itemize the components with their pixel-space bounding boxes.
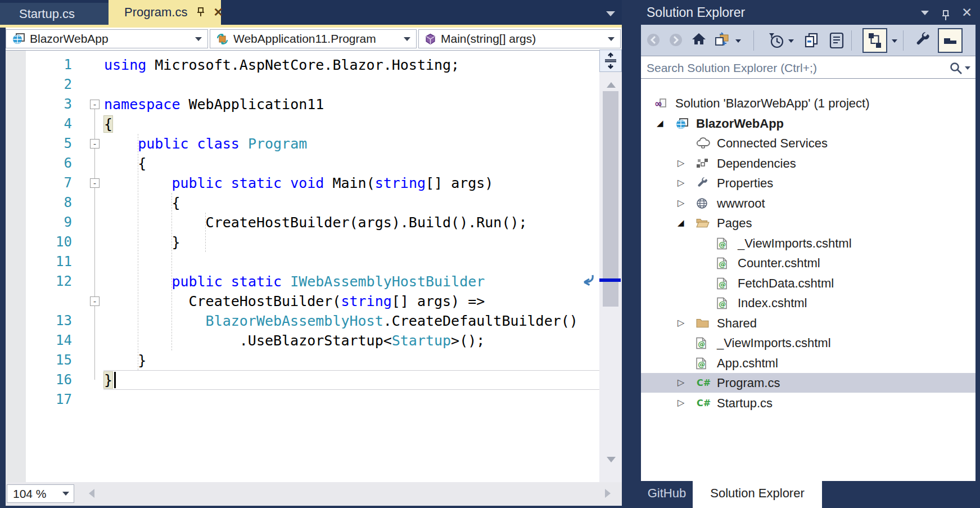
window-position-chevron-icon[interactable] [921,11,929,19]
scrollbar-caret-marker [599,278,621,282]
code-line[interactable]: public class Program [104,134,307,154]
tree-item-fetchdata-cshtml[interactable]: @FetchData.cshtml [641,273,976,293]
pending-filter-icon[interactable] [768,32,785,49]
svg-text:@: @ [698,360,705,368]
code-line[interactable]: } [104,350,146,370]
chevron-down-icon [195,37,202,44]
pin-tab-icon[interactable] [196,6,205,19]
chevron-down-icon [608,37,615,44]
panel-title: Solution Explorer [647,5,745,20]
expand-icon[interactable]: ▷ [678,393,684,413]
tree-item-label: Counter.cshtml [738,253,820,273]
collapse-icon[interactable]: ◢ [657,114,663,133]
code-line[interactable]: namespace WebApplication11 [104,95,324,114]
expand-icon[interactable]: ▷ [678,373,684,393]
csharp-icon: C# [696,397,711,408]
scroll-left-icon[interactable] [84,489,94,498]
project-dropdown[interactable]: BlazorWebApp [6,29,208,48]
switch-views-icon[interactable] [713,32,730,48]
scroll-up-icon[interactable] [607,78,616,88]
properties-wrench-icon[interactable] [914,32,930,48]
fold-collapse-icon[interactable]: - [90,100,100,109]
expand-icon[interactable]: ▷ [678,194,684,213]
close-panel-icon[interactable]: ✕ [961,0,972,25]
tree-item--viewimports-cshtml[interactable]: @_ViewImports.cshtml [641,233,976,253]
zoom-level-dropdown[interactable]: 104 % [7,484,74,503]
tab-program-cs[interactable]: Program.cs ✕ [109,0,221,25]
vertical-scrollbar-thumb[interactable] [603,91,618,307]
tree-item-label: Shared [717,313,757,333]
expand-icon[interactable]: ▷ [678,154,684,173]
fold-collapse-icon[interactable]: - [90,296,100,306]
code-line[interactable]: public static void Main(string[] args) [104,173,493,193]
home-icon[interactable] [692,32,706,46]
code-line[interactable]: public static IWebAssemblyHostBuilder [104,272,485,291]
expand-icon[interactable]: ▷ [678,313,684,333]
bottom-tab-github[interactable]: GitHub [641,481,693,506]
line-number: 13 [31,311,72,331]
back-icon[interactable] [645,32,661,48]
collapse-icon[interactable]: ◢ [678,213,684,233]
hierarchy-view-icon[interactable] [862,28,887,53]
line-number: 17 [31,390,72,410]
bottom-tab-solution-explorer[interactable]: Solution Explorer [693,481,822,508]
tree-item-solution-blazorwebapp-1-project-[interactable]: ∞Solution 'BlazorWebApp' (1 project) [641,93,976,113]
tree-item-shared[interactable]: ▷Shared [641,313,976,333]
tree-item-index-cshtml[interactable]: @Index.cshtml [641,293,976,313]
tree-item-startup-cs[interactable]: ▷C#Startup.cs [641,393,976,413]
fold-collapse-icon[interactable]: - [90,139,100,149]
tree-item-dependencies[interactable]: ▷Dependencies [641,154,976,173]
chevron-down-icon[interactable] [892,39,897,46]
tab-startup-cs[interactable]: Startup.cs [0,3,109,25]
chevron-down-icon [404,37,410,44]
editor-split-handle[interactable] [599,50,622,72]
tree-item-properties[interactable]: ▷Properties [641,173,976,193]
show-all-files-icon[interactable] [938,28,963,53]
breakpoint-margin[interactable] [6,51,26,482]
search-icon[interactable] [949,61,963,77]
tree-item-connected-services[interactable]: Connected Services [641,133,976,153]
project-icon [12,33,25,45]
line-number: 16 [31,370,72,390]
search-input[interactable] [641,56,946,79]
line-number: 6 [31,154,72,173]
editor-navigation-bar: BlazorWebApp WebApplication11.Program Ma… [6,28,622,51]
code-line[interactable]: { [104,193,180,213]
scroll-down-icon[interactable] [607,457,616,467]
code-line[interactable]: .UseBlazorStartup<Startup>(); [104,331,485,350]
type-dropdown[interactable]: WebApplication11.Program [210,29,417,48]
sync-active-document-icon[interactable] [804,32,819,49]
code-line[interactable]: { [104,114,112,134]
tree-item-blazorwebapp[interactable]: ◢BlazorWebApp [641,114,976,133]
code-line[interactable]: using Microsoft.AspNetCore.Blazor.Hostin… [104,55,459,75]
tree-item-label: Program.cs [717,373,780,393]
tree-item-pages[interactable]: ◢Pages [641,213,976,233]
svg-text:@: @ [698,340,705,348]
code-line[interactable]: } [104,370,112,390]
preview-selected-icon[interactable] [829,32,844,49]
code-editor[interactable]: 1using Microsoft.AspNetCore.Blazor.Hosti… [6,51,599,482]
code-line[interactable]: CreateHostBuilder(args).Build().Run(); [104,213,527,232]
forward-icon[interactable] [668,32,684,48]
code-line[interactable]: BlazorWebAssemblyHost.CreateDefaultBuild… [104,311,578,331]
close-tab-icon[interactable]: ✕ [213,6,223,19]
expand-icon[interactable]: ▷ [678,173,684,193]
tree-item-app-cshtml[interactable]: @App.cshtml [641,353,976,373]
chevron-down-icon[interactable] [788,39,794,46]
tree-item-counter-cshtml[interactable]: @Counter.cshtml [641,253,976,273]
tab-list-chevron-icon[interactable] [606,11,615,21]
code-line[interactable]: { [104,154,146,173]
scroll-right-icon[interactable] [605,489,615,498]
fold-collapse-icon[interactable]: - [90,178,100,188]
line-number: 7 [31,173,72,193]
tree-item-wwwroot[interactable]: ▷wwwroot [641,194,976,213]
code-line[interactable]: CreateHostBuilder(string[] args) => [104,291,485,311]
code-line[interactable]: } [104,232,180,252]
line-number: 1 [31,55,72,75]
chevron-down-icon[interactable] [735,39,741,46]
tree-item-program-cs[interactable]: ▷C#Program.cs [641,373,976,393]
member-dropdown[interactable]: Main(string[] args) [418,29,621,48]
search-options-chevron-icon[interactable] [965,66,970,73]
panel-title-bar[interactable]: Solution Explorer ✕ [641,0,976,25]
tree-item--viewimports-cshtml[interactable]: @_ViewImports.cshtml [641,333,976,353]
